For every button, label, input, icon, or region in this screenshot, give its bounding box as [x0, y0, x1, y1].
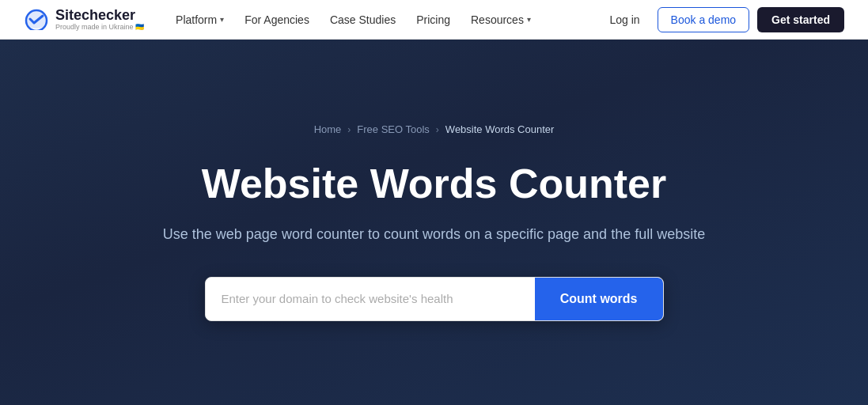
search-bar: Count words	[205, 277, 664, 321]
breadcrumb-separator-2: ›	[436, 124, 439, 135]
nav-pricing[interactable]: Pricing	[408, 9, 458, 31]
nav-actions: Log in Book a demo Get started	[600, 7, 844, 32]
nav-links: Platform ▾ For Agencies Case Studies Pri…	[168, 9, 600, 31]
nav-for-agencies[interactable]: For Agencies	[237, 9, 317, 31]
chevron-down-icon: ▾	[220, 15, 224, 24]
get-started-button[interactable]: Get started	[757, 7, 844, 32]
hero-subtitle: Use the web page word counter to count w…	[163, 224, 705, 245]
logo-icon	[24, 8, 49, 30]
brand-tagline: Proudly made in Ukraine 🇺🇦	[55, 24, 144, 31]
breadcrumb-free-seo-tools[interactable]: Free SEO Tools	[357, 123, 430, 135]
chevron-down-icon: ▾	[527, 15, 531, 24]
breadcrumb-home[interactable]: Home	[314, 123, 342, 135]
breadcrumb: Home › Free SEO Tools › Website Words Co…	[314, 123, 555, 135]
page-title: Website Words Counter	[202, 161, 666, 208]
login-button[interactable]: Log in	[600, 9, 649, 31]
domain-search-input[interactable]	[206, 278, 535, 320]
nav-case-studies[interactable]: Case Studies	[322, 9, 404, 31]
logo-link[interactable]: Sitechecker Proudly made in Ukraine 🇺🇦	[24, 8, 144, 31]
hero-section: Home › Free SEO Tools › Website Words Co…	[0, 40, 868, 405]
navbar: Sitechecker Proudly made in Ukraine 🇺🇦 P…	[0, 0, 868, 40]
breadcrumb-current: Website Words Counter	[445, 123, 555, 135]
count-words-button[interactable]: Count words	[535, 278, 663, 320]
nav-resources[interactable]: Resources ▾	[463, 9, 539, 31]
book-demo-button[interactable]: Book a demo	[658, 7, 750, 32]
brand-name: Sitechecker	[55, 8, 144, 24]
nav-platform[interactable]: Platform ▾	[168, 9, 232, 31]
breadcrumb-separator-1: ›	[347, 124, 351, 135]
